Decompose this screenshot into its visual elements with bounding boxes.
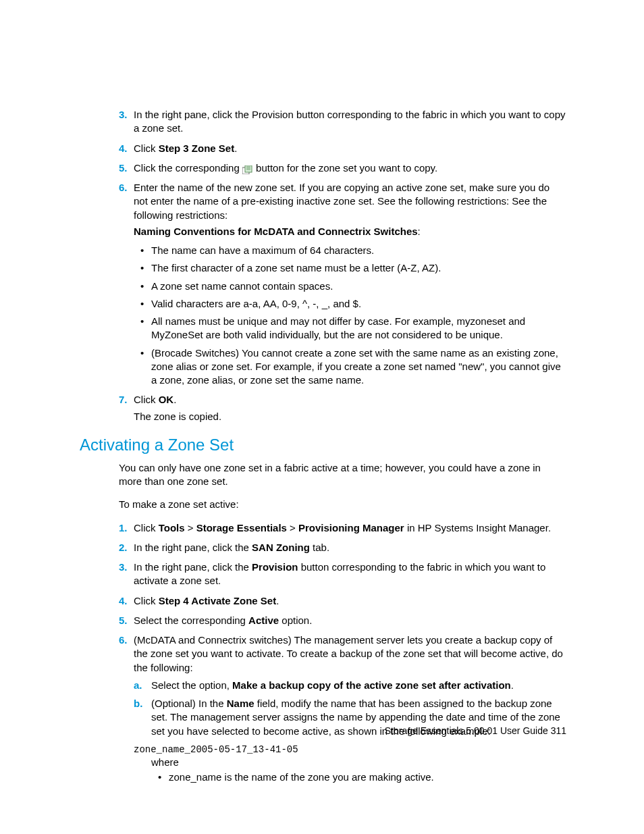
t: . [276, 595, 279, 606]
step-number: 5. [119, 614, 128, 627]
step-3: 3. In the right pane, click the Provisio… [80, 561, 566, 588]
step-text: (McDATA and Connectrix switches) The man… [134, 634, 563, 673]
step-number: 4. [119, 142, 128, 155]
step-number: 1. [119, 521, 128, 535]
b: Step 4 Activate Zone Set [159, 595, 277, 606]
step-number: 6. [119, 181, 128, 194]
step-1: 1. Click Tools > Storage Essentials > Pr… [80, 521, 566, 535]
t: In the right pane, click the [134, 561, 252, 573]
page-content: 3. In the right pane, click the Provisio… [0, 0, 644, 784]
step-4: 4. Click Step 3 Zone Set. [80, 142, 566, 155]
t: option. [279, 615, 312, 626]
step-text-bold: Step 3 Zone Set [159, 142, 235, 154]
t: in HP Systems Insight Manager. [404, 522, 551, 533]
intro-paragraph-2: To make a zone set active: [119, 498, 566, 511]
t: Select the option, [151, 679, 232, 691]
b: Tools [159, 522, 185, 533]
bullet-item: All names must be unique and may not dif… [134, 315, 566, 342]
b: SAN Zoning [252, 542, 310, 553]
naming-header-text: Naming Conventions for McDATA and Connec… [134, 226, 418, 237]
sub-step-a: a. Select the option, Make a backup copy… [134, 679, 566, 692]
t: (Optional) In the [151, 698, 227, 709]
section-heading: Activating a Zone Set [80, 436, 566, 454]
bullet-item: zone_name is the name of the zone you ar… [151, 771, 566, 784]
step-5: 5. Select the corresponding Active optio… [80, 614, 566, 627]
step-4: 4. Click Step 4 Activate Zone Set. [80, 594, 566, 608]
step-number: 7. [119, 393, 128, 407]
step-text-prefix: Click [134, 394, 159, 405]
step-5: 5. Click the corresponding button for th… [80, 161, 566, 175]
b: Active [248, 615, 279, 626]
b: Make a backup copy of the active zone se… [232, 679, 511, 691]
b: Provisioning Manager [298, 522, 404, 533]
top-ordered-list: 3. In the right pane, click the Provisio… [80, 108, 566, 423]
step-number: 3. [119, 108, 128, 122]
step-text-suffix: . [173, 394, 176, 405]
t: > [185, 522, 196, 533]
step-text-prefix: Click [134, 142, 159, 154]
code-example: zone_name_2005-05-17_13-41-05 [134, 744, 566, 755]
where-bullets: zone_name is the name of the zone you ar… [151, 771, 566, 784]
sub-step-number: a. [134, 679, 142, 692]
t: Select the corresponding [134, 615, 248, 626]
b: Name [227, 698, 254, 709]
bullet-item: Valid characters are a-a, AA, 0-9, ^, -,… [134, 297, 566, 311]
bullet-item: The first character of a zone set name m… [134, 261, 566, 275]
step-text-prefix: Click the corresponding [134, 162, 242, 174]
t: tab. [310, 542, 329, 553]
copy-icon [242, 164, 253, 173]
bottom-ordered-list: 1. Click Tools > Storage Essentials > Pr… [80, 521, 566, 738]
step-3: 3. In the right pane, click the Provisio… [80, 108, 566, 136]
step-number: 2. [119, 541, 128, 554]
page-footer: Storage Essentials 5.00.01 User Guide 31… [385, 725, 566, 736]
step-6: 6. Enter the name of the new zone set. I… [80, 181, 566, 387]
t: In the right pane, click the [134, 542, 252, 553]
step-text: Enter the name of the new zone set. If y… [134, 182, 549, 221]
t: Click [134, 522, 159, 533]
step-2: 2. In the right pane, click the SAN Zoni… [80, 541, 566, 554]
bullet-item: The name can have a maximum of 64 charac… [134, 244, 566, 257]
step-text-suffix: . [234, 142, 237, 154]
intro-paragraph-1: You can only have one zone set in a fabr… [119, 461, 566, 489]
t: > [287, 522, 298, 533]
step-number: 5. [119, 161, 128, 175]
step-number: 3. [119, 561, 128, 574]
svg-rect-1 [245, 165, 252, 172]
naming-header: Naming Conventions for McDATA and Connec… [134, 225, 566, 238]
naming-bullets: The name can have a maximum of 64 charac… [134, 244, 566, 387]
bullet-item: A zone set name cannot contain spaces. [134, 280, 566, 293]
where-label: where [151, 756, 566, 768]
b: Storage Essentials [196, 522, 287, 533]
step-text: In the right pane, click the Provision b… [134, 109, 566, 134]
step-text-bold: OK [159, 394, 174, 405]
copied-note: The zone is copied. [134, 410, 566, 423]
b: Provision [252, 561, 298, 573]
sub-step-number: b. [134, 697, 142, 710]
step-number: 4. [119, 594, 128, 608]
t: Click [134, 595, 159, 606]
step-text-suffix: button for the zone set you want to copy… [253, 162, 437, 174]
t: . [511, 679, 514, 691]
step-number: 6. [119, 633, 128, 647]
bullet-item: (Brocade Switches) You cannot create a z… [134, 346, 566, 388]
step-6: 6. (McDATA and Connectrix switches) The … [80, 633, 566, 738]
step-7: 7. Click OK. The zone is copied. [80, 393, 566, 423]
